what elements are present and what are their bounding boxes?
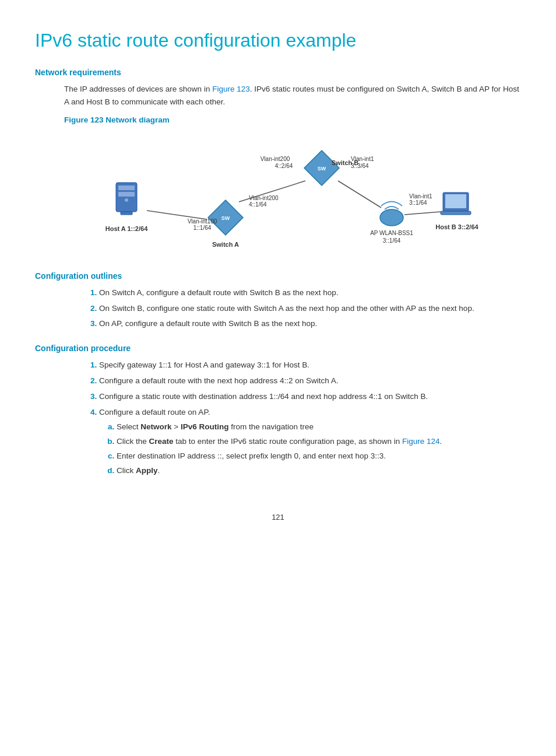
body-text-before: The IP addresses of devices are shown in — [64, 85, 212, 93]
network-requirements-body: The IP addresses of devices are shown in… — [64, 83, 521, 108]
configuration-procedure-heading: Configuration procedure — [35, 344, 521, 353]
diagram-svg: Host A 1::2/64 SW Switch A SW Switch B — [94, 130, 491, 258]
network-requirements-heading: Network requirements — [35, 68, 521, 77]
configuration-procedure-section: Configuration procedure Specify gateway … — [35, 344, 521, 478]
svg-rect-2 — [118, 192, 135, 197]
switch-a-label: Switch A — [212, 241, 239, 248]
configuration-procedure-list: Specify gateway 1::1 for Host A and gate… — [99, 359, 521, 478]
vlan-int100-addr: 1::1/64 — [193, 225, 212, 231]
configuration-outlines-section: Configuration outlines On Switch A, conf… — [35, 271, 521, 331]
ap-label-line2: 3::1/64 — [383, 237, 401, 244]
vlan-int100-label: Vlan-int100 — [188, 218, 217, 225]
vlan-int1-3-1-addr: 3::1/64 — [409, 200, 427, 206]
sub-item-c: Enter destination IP address ::, select … — [117, 450, 521, 463]
configuration-outlines-heading: Configuration outlines — [35, 271, 521, 281]
configuration-outlines-list: On Switch A, configure a default route w… — [99, 286, 521, 331]
procedure-item-3: Configure a static route with destinatio… — [99, 390, 521, 404]
svg-rect-4 — [121, 212, 132, 215]
vlan-int200-4-1-label: Vlan-int200 — [249, 195, 279, 201]
svg-point-3 — [125, 198, 128, 202]
vlan-int200-4-1-addr: 4::1/64 — [249, 201, 267, 208]
procedure-item-2: Configure a default route with the next … — [99, 374, 521, 388]
procedure-sub-list: Select Network > IPv6 Routing from the n… — [117, 421, 521, 478]
figure-123-caption: Figure 123 Network diagram — [64, 116, 521, 124]
ap-icon — [380, 201, 403, 226]
switch-a-icon: SW — [208, 200, 243, 235]
sub-item-b: Click the Create tab to enter the IPv6 s… — [117, 435, 521, 449]
outline-item-3: On AP, configure a default route with Sw… — [99, 317, 521, 331]
switch-b-icon: SW — [304, 150, 339, 186]
svg-rect-13 — [441, 211, 471, 215]
vlan-int1-3-3-label: Vlan-int1 — [351, 156, 374, 162]
host-b-icon — [441, 192, 471, 215]
svg-text:SW: SW — [221, 215, 230, 221]
sub-item-d: Click Apply. — [117, 464, 521, 478]
ap-label-line1: AP WLAN-BSS1 — [370, 230, 413, 236]
svg-point-10 — [390, 210, 393, 214]
vlan-int1-3-3-addr: 3::3/64 — [351, 163, 369, 169]
sub-item-a: Select Network > IPv6 Routing from the n… — [117, 421, 521, 434]
outline-item-2: On Switch B, configure one static route … — [99, 302, 521, 316]
svg-rect-12 — [445, 194, 466, 208]
procedure-item-1: Specify gateway 1::1 for Host A and gate… — [99, 359, 521, 372]
host-b-label: Host B 3::2/64 — [435, 223, 478, 230]
vlan-int200-4-2-addr: 4::2/64 — [275, 163, 293, 169]
host-a-label: Host A 1::2/64 — [105, 225, 148, 232]
network-diagram: Host A 1::2/64 SW Switch A SW Switch B — [64, 130, 521, 258]
figure-123-link[interactable]: Figure 123 — [212, 85, 250, 93]
outline-item-1: On Switch A, configure a default route w… — [99, 286, 521, 300]
line-switchb-ap — [338, 181, 381, 208]
page-number: 121 — [35, 513, 521, 522]
procedure-item-4: Configure a default route on AP. Select … — [99, 406, 521, 478]
vlan-int1-3-1-label: Vlan-int1 — [409, 193, 432, 200]
host-a-icon — [116, 183, 137, 215]
vlan-int200-4-2-label: Vlan-int200 — [261, 156, 290, 162]
svg-text:SW: SW — [318, 166, 326, 172]
line-ap-hostb — [404, 212, 441, 215]
network-requirements-section: Network requirements The IP addresses of… — [35, 68, 521, 258]
svg-rect-1 — [118, 186, 135, 190]
figure-124-link[interactable]: Figure 124 — [402, 437, 440, 446]
page-title: IPv6 static route configuration example — [35, 29, 521, 51]
